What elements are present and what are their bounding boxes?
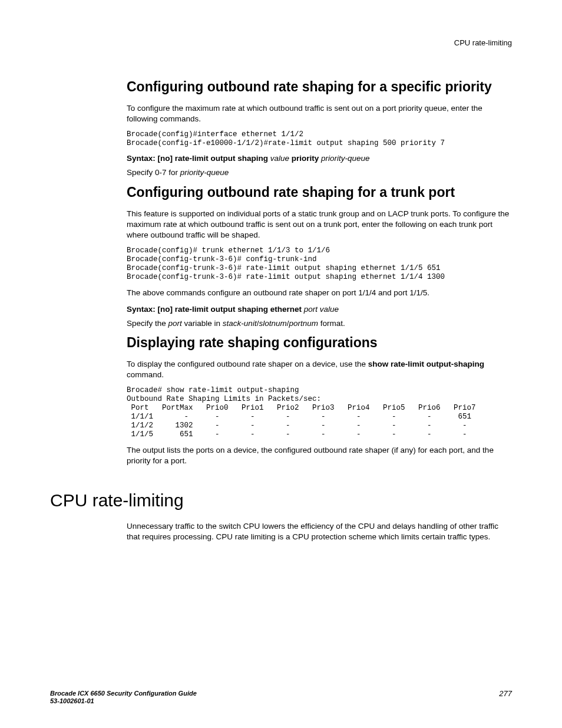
content-column: Unnecessary traffic to the switch CPU lo… (127, 521, 512, 542)
syntax-var: priority-queue (319, 154, 369, 163)
paragraph: Specify the port variable in stack-unit/… (127, 318, 512, 329)
page: CPU rate-limiting Configuring outbound r… (0, 0, 562, 728)
syntax-keyword: [no] rate-limit output shaping ethernet (158, 305, 302, 314)
code-block: Brocade(config)# trunk ethernet 1/1/3 to… (127, 246, 512, 282)
syntax-label: Syntax: (127, 154, 158, 163)
section-heading-display: Displaying rate shaping configurations (127, 335, 512, 351)
page-number: 277 (499, 689, 512, 699)
text: command. (127, 370, 164, 379)
syntax-line: Syntax: [no] rate-limit output shaping e… (127, 305, 512, 314)
text: To display the configured outbound rate … (127, 360, 368, 368)
paragraph: This feature is supported on individual … (127, 209, 512, 241)
syntax-var: value (268, 154, 292, 163)
section-heading-trunk: Configuring outbound rate shaping for a … (127, 185, 512, 200)
paragraph: Specify 0-7 for priority-queue (127, 167, 512, 178)
syntax-keyword: priority (292, 154, 319, 163)
italic-term: stack-unit (223, 319, 257, 328)
footer-docnum: 53-1002601-01 (50, 697, 512, 706)
paragraph: To display the configured outbound rate … (127, 359, 512, 380)
text: format. (318, 319, 345, 328)
syntax-label: Syntax: (127, 305, 158, 314)
text: Specify 0-7 for (127, 168, 180, 177)
code-block: Brocade(config)#interface ethernet 1/1/2… (127, 130, 512, 148)
text: Specify the (127, 319, 168, 328)
syntax-var: port value (302, 305, 339, 314)
text: variable in (182, 319, 223, 328)
page-footer: Brocade ICX 6650 Security Configuration … (50, 690, 512, 706)
paragraph: The above commands configure an outbound… (127, 288, 512, 298)
content-column: Configuring outbound rate shaping for a … (127, 79, 512, 467)
running-header: CPU rate-limiting (50, 38, 512, 47)
code-block: Brocade# show rate-limit output-shaping … (127, 386, 512, 439)
italic-term: priority-queue (180, 168, 229, 177)
chapter-heading: CPU rate-limiting (50, 490, 512, 510)
paragraph: The output lists the ports on a device, … (127, 445, 512, 466)
syntax-line: Syntax: [no] rate-limit output shaping v… (127, 154, 512, 163)
section-heading-priority: Configuring outbound rate shaping for a … (127, 79, 512, 95)
command-name: show rate-limit output-shaping (368, 360, 484, 368)
italic-term: port (168, 319, 182, 328)
syntax-keyword: [no] rate-limit output shaping (158, 154, 268, 163)
paragraph: Unnecessary traffic to the switch CPU lo… (127, 521, 512, 542)
paragraph: To configure the maximum rate at which o… (127, 103, 512, 124)
italic-term: portnum (289, 319, 318, 328)
footer-title: Brocade ICX 6650 Security Configuration … (50, 690, 512, 698)
italic-term: slotnum (259, 319, 286, 328)
